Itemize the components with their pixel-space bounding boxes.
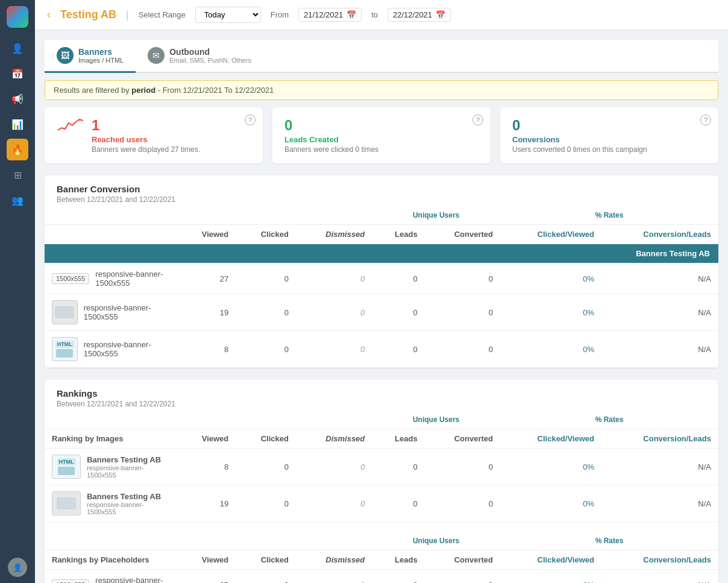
- r-leads-0: 0: [372, 449, 424, 485]
- ranking-by-placeholders-label: Rankings by Placeholders: [45, 550, 177, 570]
- conversion-leads-1: N/A: [601, 294, 718, 331]
- th-leads: Leads: [372, 225, 424, 244]
- to-date-input[interactable]: 22/12/2021 📅: [388, 8, 451, 22]
- stat-leads-created: 0 Leads Created Banners were clicked 0 t…: [272, 107, 491, 163]
- rankings-by-placeholders-table-wrap: Unique Users % Rates Rankings by Placeho…: [45, 532, 718, 583]
- reached-label: Reached users: [92, 135, 200, 144]
- rankings-by-images-table: Unique Users % Rates Ranking by Images V…: [45, 411, 718, 522]
- reached-desc: Banners were displayed 27 times.: [92, 145, 200, 154]
- banner-conversion-section: Banner Conversion Between 12/21/2021 and…: [45, 175, 718, 368]
- ph-clicked-0: 0: [236, 570, 296, 584]
- tabs-container: 🖼 Banners Images / HTML ✉ Outbound Email…: [45, 40, 718, 73]
- stat-conversions: 0 Conversions Users converted 0 times on…: [500, 107, 718, 163]
- clicked-viewed-0: 0%: [500, 263, 601, 294]
- from-date-input[interactable]: 21/12/2021 📅: [298, 8, 362, 22]
- ph-th-clicked: Clicked: [236, 550, 296, 570]
- ph-name-0: responsive-banner-1500x555: [95, 576, 170, 583]
- conversions-value: 0: [512, 117, 647, 134]
- clicked-viewed-2: 0%: [500, 331, 601, 368]
- banner-conversion-table: Unique Users % Rates Viewed Clicked Dism…: [45, 206, 718, 368]
- tab-outbound[interactable]: ✉ Outbound Email, SMS, PushN, Others: [136, 40, 263, 73]
- header: ‹ Testing AB | Select Range Today Yester…: [35, 0, 728, 30]
- leads-help-icon[interactable]: ?: [472, 115, 483, 125]
- r-converted-0: 0: [425, 449, 500, 485]
- r-clicked-viewed-1: 0%: [500, 485, 601, 522]
- ph-cell-0: 1500x555 responsive-banner-1500x555: [45, 570, 177, 584]
- ranking-empty-group: [45, 411, 372, 429]
- ranking-name-0: responsive-banner-1500x555: [87, 464, 170, 479]
- user-avatar[interactable]: 👤: [8, 558, 27, 577]
- ranking-th-leads: Leads: [372, 429, 424, 449]
- unique-users-group: Unique Users: [372, 206, 500, 225]
- rankings-by-placeholders-table: Unique Users % Rates Rankings by Placeho…: [45, 532, 718, 583]
- ph-dismissed-0: 0: [296, 570, 372, 584]
- range-dropdown[interactable]: Today Yesterday Last 7 days Custom: [195, 7, 261, 23]
- sidebar-item-chart[interactable]: 📊: [7, 113, 28, 135]
- clicked-0: 0: [236, 263, 296, 294]
- sidebar-item-grid[interactable]: ⊞: [7, 164, 28, 186]
- main-area: ‹ Testing AB | Select Range Today Yester…: [35, 0, 728, 583]
- leads-label: Leads Created: [284, 135, 378, 144]
- banner-name-0: responsive-banner-1500x555: [95, 269, 170, 288]
- th-conversion-leads: Conversion/Leads: [601, 225, 718, 244]
- rankings-by-images-table-wrap: Unique Users % Rates Ranking by Images V…: [45, 411, 718, 522]
- leads-2: 0: [372, 331, 424, 368]
- ranking-img-cell-1: Banners Testing AB responsive-banner-150…: [45, 485, 177, 522]
- dismissed-2: 0: [296, 331, 372, 368]
- sidebar-item-people[interactable]: 👥: [7, 189, 28, 211]
- ranking-th-conversion-leads: Conversion/Leads: [601, 429, 718, 449]
- th-clicked-viewed: Clicked/Viewed: [500, 225, 601, 244]
- size-badge-0: 1500x555: [52, 273, 89, 284]
- ph-badge-0: 1500x555: [52, 579, 89, 583]
- conversions-desc: Users converted 0 times on this campaign: [512, 145, 647, 154]
- sidebar-item-users[interactable]: 👤: [7, 37, 28, 59]
- r-clicked-1: 0: [236, 485, 296, 522]
- placeholder-pct-rates-group: % Rates: [500, 532, 718, 550]
- ranking-thumb-0: HTML: [52, 455, 81, 479]
- clicked-viewed-1: 0%: [500, 294, 601, 331]
- leads-1: 0: [372, 294, 424, 331]
- rankings-section: Rankings Between 12/21/2021 and 12/22/20…: [45, 380, 718, 583]
- ph-th-conversion-leads: Conversion/Leads: [601, 550, 718, 570]
- reached-sparkline-area: [57, 117, 83, 135]
- th-clicked: Clicked: [236, 225, 296, 244]
- r-leads-1: 0: [372, 485, 424, 522]
- ranking-campaign-0: Banners Testing AB: [87, 455, 170, 464]
- th-converted: Converted: [425, 225, 500, 244]
- reached-help-icon[interactable]: ?: [245, 115, 256, 125]
- rankings-col-group-row: Unique Users % Rates: [45, 411, 718, 429]
- conversions-help-icon[interactable]: ?: [700, 115, 711, 125]
- sidebar-item-calendar[interactable]: 📅: [7, 63, 28, 84]
- outbound-tab-subtitle: Email, SMS, PushN, Others: [169, 57, 251, 64]
- rankings-subtitle: Between 12/21/2021 and 12/22/2021: [57, 400, 706, 408]
- sidebar-item-campaigns[interactable]: 📢: [7, 88, 28, 110]
- sidebar-item-analytics[interactable]: 🔥: [7, 139, 28, 160]
- to-date-value: 22/12/2021: [393, 10, 432, 19]
- banner-thumb-1: [52, 300, 78, 324]
- ph-leads-0: 0: [372, 570, 424, 584]
- tab-banners[interactable]: 🖼 Banners Images / HTML: [45, 40, 136, 73]
- ranking-th-clicked: Clicked: [236, 429, 296, 449]
- sidebar: 👤 📅 📢 📊 🔥 ⊞ 👥 👤: [0, 0, 35, 583]
- r-clicked-viewed-0: 0%: [500, 449, 601, 485]
- converted-1: 0: [425, 294, 500, 331]
- ranking-th-viewed: Viewed: [177, 429, 236, 449]
- from-date-value: 21/12/2021: [304, 10, 343, 19]
- ranking-campaign-1: Banners Testing AB: [87, 492, 170, 501]
- back-button[interactable]: ‹: [47, 8, 51, 21]
- clicked-1: 0: [236, 294, 296, 331]
- stat-reached-users: 1 Reached users Banners were displayed 2…: [45, 107, 263, 163]
- reached-value: 1: [92, 117, 200, 134]
- filter-text-before: Results are filtered by: [54, 86, 131, 95]
- ranking-th-dismissed: Dismissed: [296, 429, 372, 449]
- page-title: Testing AB: [60, 8, 116, 21]
- pct-rates-group: % Rates: [500, 206, 718, 225]
- r-conversion-leads-1: N/A: [601, 485, 718, 522]
- group-header: Banners Testing AB: [45, 244, 718, 263]
- viewed-1: 19: [177, 294, 236, 331]
- placeholder-col-group-row: Unique Users % Rates: [45, 532, 718, 550]
- dismissed-1: 0: [296, 294, 372, 331]
- col-header-row: Viewed Clicked Dismissed Leads Converted…: [45, 225, 718, 244]
- placeholder-col-header: Rankings by Placeholders Viewed Clicked …: [45, 550, 718, 570]
- banners-tab-subtitle: Images / HTML: [78, 57, 124, 64]
